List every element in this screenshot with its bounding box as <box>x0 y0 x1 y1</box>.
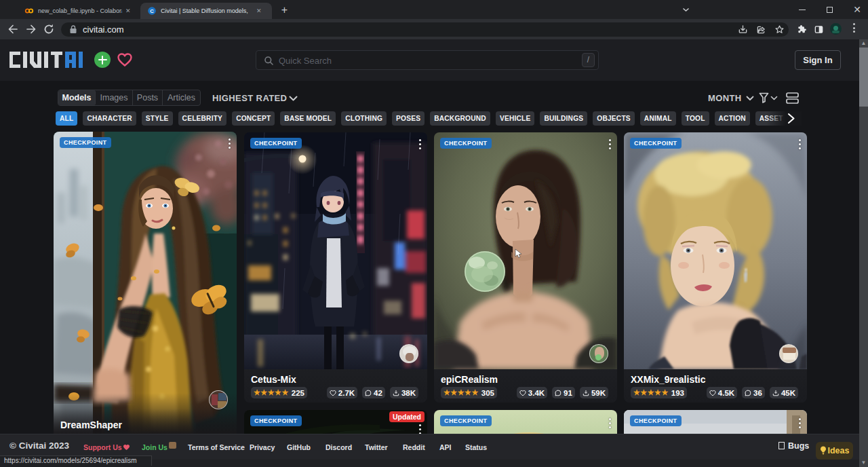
svg-text:C: C <box>150 8 154 14</box>
